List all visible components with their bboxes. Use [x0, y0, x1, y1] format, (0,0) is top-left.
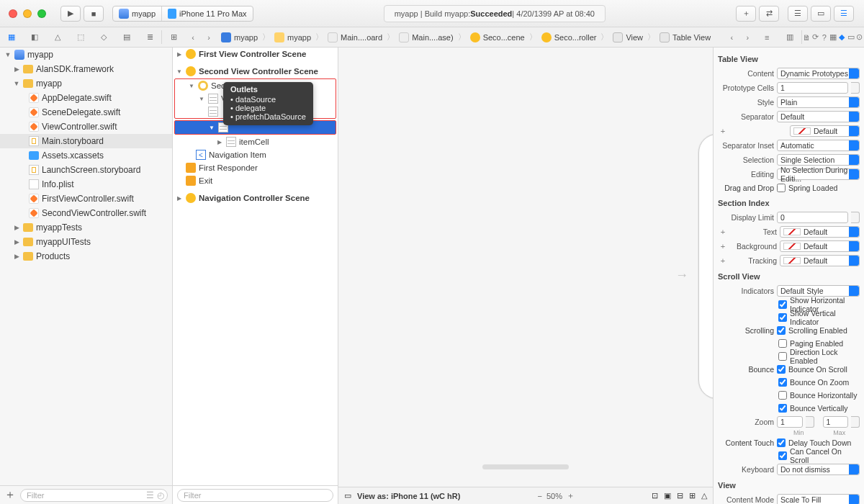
nav-item-selected[interactable]: Main.storyboard	[0, 134, 172, 148]
stepper[interactable]	[806, 416, 814, 428]
scheme-selector[interactable]: myapp iPhone 11 Pro Max	[112, 6, 253, 22]
keyboard-select[interactable]: Do not dismiss	[777, 464, 860, 475]
zoom-max-input[interactable]: 1	[823, 416, 849, 428]
issue-nav-tab[interactable]: ◇	[92, 27, 115, 47]
code-review-button[interactable]: ⇄	[759, 6, 779, 22]
nav-item[interactable]: LaunchScreen.storyboard	[0, 163, 172, 177]
separator-inset-select[interactable]: Automatic	[777, 140, 860, 151]
crumb-project[interactable]: myapp	[217, 32, 262, 42]
separator-color-select[interactable]: Default	[790, 125, 860, 137]
paging-checkbox[interactable]	[778, 339, 787, 348]
toggle-left-panel-button[interactable]: ☰	[788, 6, 808, 22]
display-limit-input[interactable]: 0	[777, 212, 848, 223]
toggle-bottom-panel-button[interactable]: ▭	[811, 6, 831, 22]
stepper[interactable]	[851, 212, 860, 223]
outline-scene[interactable]: ▼Second View Controller Scene	[173, 65, 338, 78]
outline-scene[interactable]: ▶First View Controller Scene	[173, 48, 338, 60]
canvas-scrollbar[interactable]	[482, 464, 569, 469]
nav-item[interactable]: ▶Products	[0, 249, 172, 264]
navigator-filter-input[interactable]: Filter◴☰	[20, 489, 168, 502]
library-button[interactable]: ＋	[736, 6, 756, 22]
toggle-right-panel-button[interactable]: ☰	[834, 6, 854, 22]
outline-toggle-icon[interactable]: ⊞	[162, 27, 185, 47]
index-bg-color[interactable]: Default	[780, 240, 860, 252]
stepper[interactable]	[851, 416, 860, 428]
help-inspector-tab[interactable]: ?	[820, 27, 829, 47]
close-window-button[interactable]	[9, 9, 17, 18]
separator-select[interactable]: Default	[777, 111, 860, 122]
add-variation-button[interactable]: +	[718, 127, 728, 135]
zoom-in-button[interactable]: ＋	[567, 490, 575, 501]
editing-select[interactable]: No Selection During Editi...	[777, 168, 860, 180]
embed-icon[interactable]: ▣	[664, 491, 671, 500]
nav-project[interactable]: ▼myapp	[0, 48, 172, 62]
nav-item[interactable]: ▼myapp	[0, 76, 172, 91]
nav-item[interactable]: ▶AlanSDK.framework	[0, 62, 172, 76]
minimize-window-button[interactable]	[23, 9, 32, 18]
view-as-label[interactable]: View as: iPhone 11 (wC hR)	[357, 492, 460, 500]
resolve-icon[interactable]: △	[701, 491, 707, 500]
zoom-window-button[interactable]	[37, 9, 46, 18]
nav-item[interactable]: ViewController.swift	[0, 120, 172, 134]
direction-lock-checkbox[interactable]	[778, 352, 787, 361]
add-files-button[interactable]: ＋	[4, 487, 16, 503]
add-variation-button[interactable]: +	[718, 228, 728, 236]
size-inspector-tab[interactable]: ▭	[846, 27, 855, 47]
crumb-folder[interactable]: myapp	[270, 32, 315, 42]
adjust-editor-button[interactable]: ≡	[755, 27, 778, 47]
crumb-base[interactable]: Main....ase)	[395, 32, 457, 42]
outline-navitem[interactable]: <Navigation Item	[173, 148, 338, 161]
project-nav-tab[interactable]: ▦	[0, 27, 23, 47]
crumb-tableview[interactable]: Table View	[655, 32, 715, 42]
file-inspector-tab[interactable]: 🗎	[802, 27, 811, 47]
find-nav-tab[interactable]: ⬚	[69, 27, 92, 47]
canvas-surface[interactable]: → First View Controller Show Second View…	[338, 48, 713, 487]
show-h-indicator-checkbox[interactable]	[778, 300, 787, 309]
identity-inspector-tab[interactable]: ▦	[829, 27, 837, 47]
index-text-color[interactable]: Default	[780, 226, 860, 238]
scrolling-enabled-checkbox[interactable]	[777, 326, 786, 335]
scm-filter-icon[interactable]: ☰	[146, 490, 154, 500]
add-variation-button[interactable]: +	[718, 242, 728, 251]
debug-nav-tab[interactable]: ≣	[138, 27, 161, 47]
jump-next-button[interactable]: ›	[739, 27, 755, 47]
zoom-min-input[interactable]: 1	[777, 416, 803, 428]
outline-cell[interactable]: ▶itemCell	[173, 135, 338, 148]
bounce-scroll-checkbox[interactable]	[777, 365, 786, 374]
run-button[interactable]: ▶	[60, 6, 81, 22]
selection-select[interactable]: Single Selection	[777, 154, 860, 166]
outline-scene[interactable]: ▶Navigation Controller Scene	[173, 192, 338, 204]
bounce-v-checkbox[interactable]	[778, 404, 787, 413]
stepper[interactable]	[851, 82, 860, 94]
index-tracking-color[interactable]: Default	[780, 255, 860, 266]
outline-filter-input[interactable]: Filter	[177, 489, 333, 502]
source-control-nav-tab[interactable]: ◧	[23, 27, 46, 47]
constraints-resolve-icon[interactable]: ⊡	[652, 491, 658, 500]
spring-loaded-checkbox[interactable]	[777, 184, 786, 192]
add-editor-button[interactable]: ▥	[778, 27, 801, 47]
history-forward-button[interactable]: ›	[201, 27, 217, 47]
symbol-nav-tab[interactable]: △	[46, 27, 69, 47]
bounce-zoom-checkbox[interactable]	[778, 378, 787, 387]
attributes-inspector-tab[interactable]: ◆	[837, 27, 846, 47]
nav-item[interactable]: ▶myappUITests	[0, 235, 172, 249]
align-icon[interactable]: ⊟	[677, 491, 683, 500]
crumb-storyboard[interactable]: Main....oard	[323, 32, 387, 42]
build-status[interactable]: myapp | Build myapp: Succeeded | 4/20/13…	[384, 5, 606, 22]
delay-touch-checkbox[interactable]	[777, 438, 786, 447]
nav-item[interactable]: Assets.xcassets	[0, 148, 172, 163]
nav-item[interactable]: SceneDelegate.swift	[0, 105, 172, 120]
prototype-cells-input[interactable]: 1	[777, 82, 848, 94]
style-select[interactable]: Plain	[777, 96, 860, 108]
zoom-out-button[interactable]: −	[538, 492, 542, 500]
clock-icon[interactable]: ◴	[157, 490, 164, 500]
crumb-scene[interactable]: Seco...cene	[466, 32, 529, 42]
device-first-vc[interactable]: First View Controller Show Second View	[698, 134, 713, 399]
nav-item[interactable]: FirstViewController.swift	[0, 192, 172, 206]
stop-button[interactable]: ■	[84, 6, 104, 22]
nav-item[interactable]: SecondViewController.swift	[0, 206, 172, 220]
test-nav-tab[interactable]: ▤	[115, 27, 138, 47]
show-v-indicator-checkbox[interactable]	[778, 313, 787, 322]
pin-icon[interactable]: ⊞	[689, 491, 696, 500]
bounce-h-checkbox[interactable]	[778, 391, 787, 400]
